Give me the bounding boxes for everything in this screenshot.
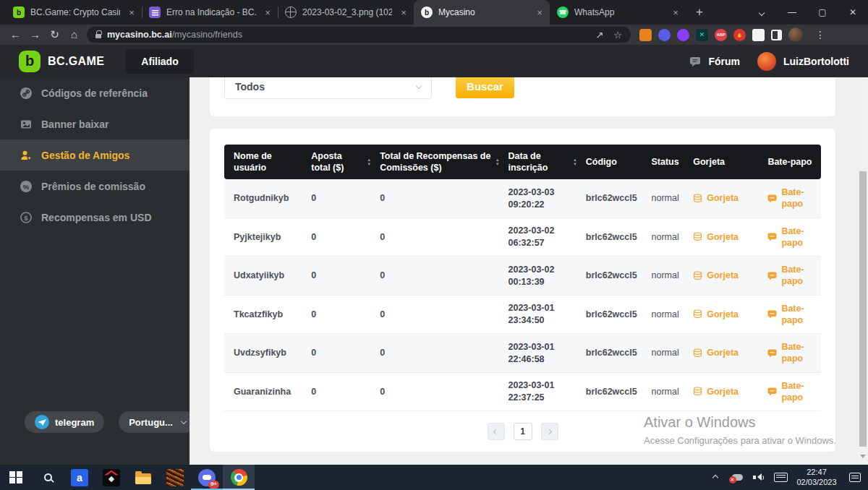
back-button[interactable]: ← <box>6 25 25 44</box>
bookmark-star-icon[interactable]: ☆ <box>613 30 622 40</box>
browser-menu-kebab-icon[interactable]: ⋮ <box>815 29 825 40</box>
share-icon[interactable]: ↗ <box>595 30 603 40</box>
minimize-button[interactable]: — <box>777 0 807 25</box>
tab-close-icon[interactable]: × <box>398 7 409 18</box>
column-header-commission-rewards[interactable]: Total de Recompensas de Comissões ($)▴▾ <box>370 145 498 179</box>
network-status-icon[interactable]: ✕ <box>728 465 746 490</box>
start-button[interactable] <box>0 465 32 490</box>
table-row: Udxatyiikyb002023-03-0200:13:39brlc62wcc… <box>224 257 821 296</box>
table-row: Pyjktejikyb002023-03-0206:32:57brlc62wcc… <box>224 218 821 257</box>
cell-status: normal <box>642 257 684 295</box>
search-button[interactable]: Buscar <box>456 77 514 98</box>
adblock-plus-icon[interactable]: ABP <box>715 29 727 41</box>
tip-link[interactable]: Gorjeta <box>684 179 758 218</box>
tray-expand-button[interactable] <box>706 465 725 490</box>
taskbar-wood-app[interactable] <box>159 465 191 490</box>
tab-title: Mycasino <box>438 7 528 17</box>
column-header-bet-total[interactable]: Aposta total ($)▴▾ <box>302 145 370 179</box>
sidebar-item-usd-rewards[interactable]: $ Recompensas em USD <box>0 202 190 233</box>
reload-button[interactable]: ↻ <box>45 25 64 44</box>
x-extension-icon[interactable]: ✕ <box>696 29 708 41</box>
home-button[interactable]: ⌂ <box>64 25 84 44</box>
address-bar[interactable]: mycasino.bc.ai/mycasino/friends ↗ ☆ <box>87 27 631 43</box>
chat-bubble-icon <box>767 271 777 280</box>
action-center-icon[interactable] <box>849 473 861 482</box>
sidebar-item-commission-rewards[interactable]: % Prêmios de comissão <box>0 171 190 202</box>
forum-link[interactable]: Fórum <box>708 56 740 67</box>
tip-link[interactable]: Gorjeta <box>684 257 758 295</box>
language-selector[interactable]: Portugu... <box>119 411 196 433</box>
chevron-up-icon <box>712 474 718 480</box>
sidebar-item-banner-download[interactable]: Banner baixar <box>0 108 190 139</box>
language-label: Portugu... <box>129 417 173 428</box>
ghost-extension-icon[interactable] <box>658 29 671 41</box>
tip-link[interactable]: Gorjeta <box>684 373 758 411</box>
chat-link[interactable]: Bate-papo <box>758 257 821 295</box>
folder-icon <box>135 473 151 484</box>
coins-icon <box>693 194 702 203</box>
column-header-username: Nome de usuário <box>224 145 302 179</box>
taskbar-game-app[interactable] <box>95 465 127 490</box>
mycasino-favicon-icon: b <box>421 7 433 18</box>
extensions-puzzle-icon[interactable] <box>752 29 765 41</box>
username-label[interactable]: LuizBortolotti <box>783 56 849 67</box>
cell-signup-date: 2023-03-0122:37:25 <box>499 373 576 411</box>
stop-hand-extension-icon[interactable]: ✋ <box>733 29 746 41</box>
coins-icon <box>693 387 702 396</box>
browser-profile-avatar[interactable] <box>788 27 803 42</box>
scrollbar-down-arrow-icon[interactable] <box>860 455 866 461</box>
chat-link[interactable]: Bate-papo <box>758 296 821 334</box>
chat-link[interactable]: Bate-papo <box>758 373 821 411</box>
pagination-prev-button[interactable] <box>488 423 505 440</box>
taskbar-clock[interactable]: 22:47 02/03/2023 <box>793 468 841 487</box>
link-icon <box>20 87 32 99</box>
tab-forum-erro[interactable]: Erro na Indicação - BC.Game × <box>142 0 278 25</box>
chat-link[interactable]: Bate-papo <box>758 218 821 257</box>
keyboard-icon[interactable] <box>771 465 790 490</box>
taskbar-discord-app[interactable]: 9+ <box>191 465 223 490</box>
taskbar-search-button[interactable] <box>32 465 64 490</box>
page-scrollbar[interactable] <box>858 77 868 465</box>
column-header-signup-date[interactable]: Data de inscrição▴▾ <box>499 145 576 179</box>
new-tab-button[interactable]: + <box>696 5 703 20</box>
type-filter-select[interactable]: Todos <box>224 77 432 99</box>
taskbar-chrome-app[interactable] <box>223 465 255 490</box>
purple-extension-icon[interactable] <box>677 29 689 41</box>
tab-bcgame[interactable]: b BC.Game: Crypto Casino Gam × <box>6 0 142 25</box>
cell-code: brlc62wccl5 <box>576 296 642 334</box>
sidebar-item-friends-management[interactable]: Gestão de Amigos <box>0 139 190 171</box>
table-row: Rotgudnikyb002023-03-0309:20:22brlc62wcc… <box>224 179 821 218</box>
tip-link[interactable]: Gorjeta <box>684 334 758 372</box>
taskbar-file-explorer[interactable] <box>127 465 159 490</box>
tip-link[interactable]: Gorjeta <box>684 296 758 334</box>
close-window-button[interactable]: ✕ <box>838 0 868 25</box>
scrollbar-thumb[interactable] <box>859 171 867 447</box>
tab-search-chevron-icon[interactable] <box>746 0 777 25</box>
sidebar-toggle-icon[interactable] <box>771 30 782 40</box>
cell-status: normal <box>642 296 684 334</box>
pagination-page-button[interactable]: 1 <box>514 423 532 440</box>
tab-close-icon[interactable]: × <box>126 7 137 18</box>
tab-close-icon[interactable]: × <box>534 7 545 18</box>
sidebar-item-referral-codes[interactable]: Códigos de referência <box>0 77 190 108</box>
cell-bet-total: 0 <box>302 179 370 218</box>
telegram-button[interactable]: telegram <box>25 411 104 433</box>
pagination-next-button[interactable] <box>541 423 558 440</box>
tab-image-png[interactable]: 2023-03-02_3.png (1024×76 × <box>278 0 414 25</box>
forward-button[interactable]: → <box>25 25 45 44</box>
tab-mycasino-active[interactable]: b Mycasino × <box>414 0 550 25</box>
tab-close-icon[interactable]: × <box>670 7 681 18</box>
bcgame-logo-icon[interactable]: b <box>19 51 41 72</box>
chat-link[interactable]: Bate-papo <box>758 334 821 372</box>
taskbar-amd-app[interactable]: a <box>64 465 95 490</box>
maximize-button[interactable]: ▢ <box>807 0 838 25</box>
metamask-extension-icon[interactable] <box>639 29 652 41</box>
affiliate-nav-tab[interactable]: Afiliado <box>126 49 193 74</box>
column-header-status: Status <box>642 145 684 179</box>
tab-close-icon[interactable]: × <box>262 7 273 18</box>
tip-link[interactable]: Gorjeta <box>684 218 758 257</box>
tab-whatsapp[interactable]: ☎ WhatsApp × <box>550 0 686 25</box>
user-avatar[interactable] <box>757 52 776 71</box>
volume-icon[interactable] <box>749 465 768 490</box>
chat-link[interactable]: Bate-papo <box>758 179 821 218</box>
